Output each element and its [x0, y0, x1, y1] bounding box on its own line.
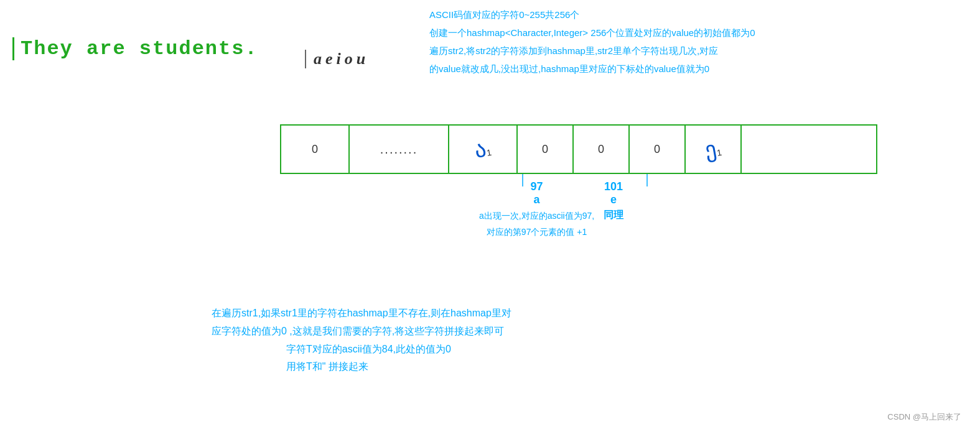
cell-0-2-text: 0 — [598, 143, 604, 156]
cell-0-text: 0 — [312, 143, 318, 156]
csdn-watermark: CSDN @马上回来了 — [887, 411, 961, 423]
label-97-char: a — [479, 193, 594, 206]
array-cell-rest — [742, 126, 876, 173]
cell-0-1-text: 0 — [542, 143, 548, 156]
label-101-group: 101 e 同理 — [604, 180, 623, 222]
bottom-line-3: 字符T对应的ascii值为84,此处的值为0 — [286, 341, 772, 359]
bottom-explanation: 在遍历str1,如果str1里的字符在hashmap里不存在,则在hashmap… — [212, 305, 772, 376]
label-97-number: 97 — [479, 180, 594, 193]
vowels-section: aeiou — [305, 50, 369, 68]
array-cell-0-1: 0 — [518, 126, 574, 173]
label-97-desc-2: 对应的第97个元素的值 +1 — [479, 225, 594, 239]
bottom-line-1: 在遍历str1,如果str1里的字符在hashmap里不存在,则在hashmap… — [212, 305, 772, 323]
vowels-text: aeiou — [314, 50, 369, 68]
labels-below: 97 a a出现一次,对应的ascii值为97, 对应的第97个元素的值 +1 … — [280, 174, 877, 273]
right-explanation: ASCII码值对应的字符0~255共256个 创建一个hashmap<Chara… — [429, 6, 964, 78]
cell-dots-text: ........ — [380, 142, 418, 157]
sentence-text: They are students. — [21, 37, 258, 60]
array-cell-0: 0 — [281, 126, 350, 173]
array-container: 0 ........ ა1 0 0 0 ე1 — [280, 124, 877, 174]
bottom-line-4: 用将T和" 拼接起来 — [286, 358, 772, 376]
cursive-e: ე1 — [703, 135, 724, 163]
hashmap-visual: 0 ........ ა1 0 0 0 ე1 — [280, 124, 890, 273]
array-cell-0-2: 0 — [574, 126, 630, 173]
label-97-group: 97 a a出现一次,对应的ascii值为97, 对应的第97个元素的值 +1 — [479, 180, 594, 239]
label-101-desc: 同理 — [604, 209, 623, 222]
cell-0-3-text: 0 — [654, 143, 660, 156]
explanation-line-3: 遍历str2,将str2的字符添加到hashmap里,str2里单个字符出现几次… — [429, 42, 964, 59]
explanation-line-2: 创建一个hashmap<Character,Integer> 256个位置处对应… — [429, 24, 964, 41]
array-cell-e: ე1 — [686, 126, 742, 173]
label-97-desc-1: a出现一次,对应的ascii值为97, — [479, 209, 594, 223]
label-101-char: e — [604, 193, 623, 206]
main-container: They are students. aeiou ASCII码值对应的字符0~2… — [0, 0, 980, 432]
cursive-a: ა1 — [473, 135, 493, 163]
left-sentence: They are students. — [12, 37, 258, 60]
explanation-line-4: 的value就改成几,没出现过,hashmap里对应的下标处的value值就为0 — [429, 60, 964, 77]
array-cell-a: ა1 — [449, 126, 518, 173]
bottom-line-2: 应字符处的值为0 ,这就是我们需要的字符,将这些字符拼接起来即可 — [212, 323, 772, 341]
array-cell-0-3: 0 — [630, 126, 686, 173]
array-cell-dots: ........ — [350, 126, 449, 173]
explanation-line-1: ASCII码值对应的字符0~255共256个 — [429, 6, 964, 23]
label-101-number: 101 — [604, 180, 623, 193]
